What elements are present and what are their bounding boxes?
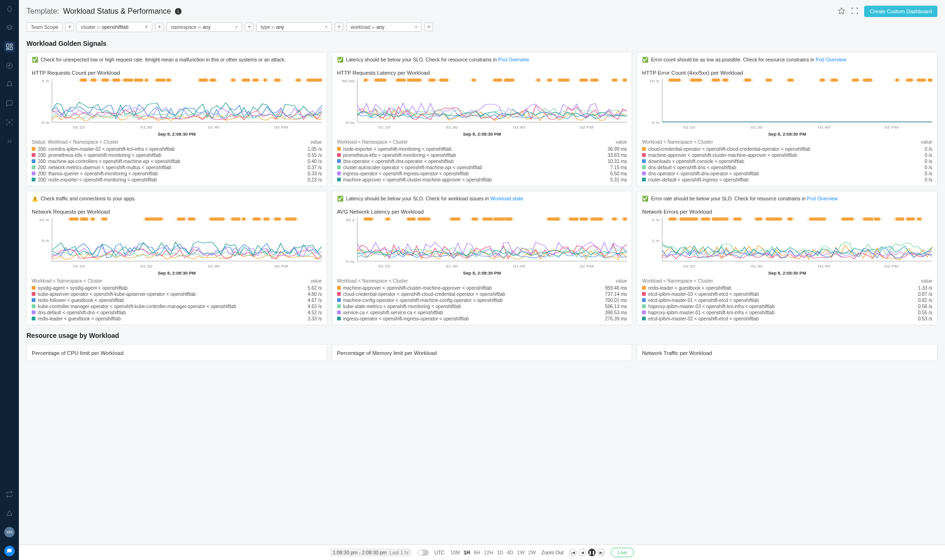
legend-row[interactable]: haproxy-ipibm-master-01 < openshift-kni-… xyxy=(642,310,932,316)
chart-panel: ✅Error count should be as low as possibl… xyxy=(637,52,937,186)
panel-hint: ✅Latency should be below your SLO. Check… xyxy=(337,56,627,63)
filter-chip-type[interactable]: type in any▾ xyxy=(256,22,332,32)
legend-row[interactable]: dns-operator < openshift-dns-operator < … xyxy=(337,158,627,164)
legend-row[interactable]: 200: node-exporter < openshift-monitorin… xyxy=(32,177,322,183)
chart-legend: redis-leader < guestbook < openshiftlab1… xyxy=(642,285,932,322)
legend-row[interactable]: 200: machine-api-controllers < openshift… xyxy=(32,158,322,164)
star-icon[interactable] xyxy=(838,7,846,16)
legend-row[interactable]: dns-default < openshift-dns < openshiftl… xyxy=(32,310,322,316)
legend-row[interactable]: cloud-credential-operator < openshift-cl… xyxy=(337,291,627,297)
svg-text:2 /s: 2 /s xyxy=(652,218,660,222)
legend-row[interactable]: router-default < openshift-ingress < ope… xyxy=(642,177,932,183)
legend-row[interactable]: cloud-credential-operator < openshift-cl… xyxy=(642,146,932,152)
legend-row[interactable]: etcd-ipibm-master-03 < openshift-etcd < … xyxy=(642,291,932,297)
page-title: Workload Status & Performance xyxy=(63,7,171,16)
svg-text:02 PM: 02 PM xyxy=(275,264,288,268)
chart-legend: sysdig-agent < sysdig-agent < openshiftl… xyxy=(32,285,322,322)
legend-row[interactable]: etcd-ipibm-master-01 < openshift-etcd < … xyxy=(642,297,932,303)
legend-header: Workload < Namespace < Clustervalue xyxy=(337,139,627,145)
legend-row[interactable]: cluster-autoscaler-operator < openshift-… xyxy=(337,164,627,171)
expand-icon[interactable] xyxy=(4,136,15,146)
legend-row[interactable]: kube-apiserver-operator < openshift-kube… xyxy=(32,291,322,297)
legend-header: Workload < Namespace < Clustervalue xyxy=(32,278,322,284)
create-dashboard-button[interactable]: Create Custom Dashboard xyxy=(864,6,937,17)
svg-marker-6 xyxy=(9,65,10,67)
compass-icon[interactable] xyxy=(4,60,15,71)
chart-panel: ✅Latency should be below your SLO. Check… xyxy=(332,52,633,186)
legend-row[interactable]: kube-controller-manager-operator < opens… xyxy=(32,303,322,310)
legend-row[interactable]: redis-leader < guestbook < openshiftlab3… xyxy=(32,316,322,322)
hint-link[interactable]: Pod Overview xyxy=(815,57,846,62)
chart-title: Network Traffic per Workload xyxy=(642,350,932,356)
dashboards-icon[interactable] xyxy=(4,42,15,52)
svg-text:01:15: 01:15 xyxy=(378,125,390,129)
chart-legend: node-exporter < openshift-monitoring < o… xyxy=(337,146,627,183)
filter-bar: Team Scope + cluster in openshiftlab×+na… xyxy=(26,22,937,37)
svg-text:02 PM: 02 PM xyxy=(275,125,288,129)
legend-row[interactable]: dns-operator < openshift-dns-operator < … xyxy=(642,171,932,177)
chart-timestamp: Sep 8, 2:08:30 PM xyxy=(337,270,627,276)
resource-grid: Percentage of CPU limit per WorkloadPerc… xyxy=(26,344,937,361)
section-golden-signals: Workload Golden Signals xyxy=(26,40,937,47)
events-icon[interactable] xyxy=(4,98,15,109)
legend-row[interactable]: kube-state-metrics < openshift-monitorin… xyxy=(337,303,627,310)
team-scope-chip[interactable]: Team Scope xyxy=(26,22,62,32)
fullscreen-icon[interactable] xyxy=(851,7,859,16)
legend-row[interactable]: machine-approver < openshift-cluster-mac… xyxy=(337,177,627,183)
add-filter-button[interactable]: + xyxy=(425,23,433,31)
legend-header: Status: Workload < Namespace < Clusterva… xyxy=(32,139,322,145)
svg-text:01:15: 01:15 xyxy=(684,125,695,129)
capture-icon[interactable] xyxy=(4,117,15,128)
legend-row[interactable]: service-ca < openshift-service-ca < open… xyxy=(337,310,627,316)
svg-text:02 PM: 02 PM xyxy=(885,125,899,129)
add-filter-button[interactable]: + xyxy=(335,23,343,31)
legend-row[interactable]: downloads < openshift-console < openshif… xyxy=(642,158,932,164)
svg-text:5 /s: 5 /s xyxy=(42,79,50,83)
hint-link[interactable]: Pod Overview xyxy=(807,196,838,201)
legend-row[interactable]: redis-leader < guestbook < openshiftlab1… xyxy=(642,285,932,291)
hint-link[interactable]: Workload state xyxy=(490,196,523,201)
add-filter-button[interactable]: + xyxy=(65,23,74,31)
app-sidebar: VH xyxy=(0,0,19,389)
legend-row[interactable]: machine-approver < openshift-cluster-mac… xyxy=(642,152,932,158)
legend-row[interactable]: 200: thanos-querier < openshift-monitori… xyxy=(32,171,322,177)
chevron-down-icon: ▾ xyxy=(325,25,328,29)
chart-title: HTTP Error Count (4xx/5xx) per Workload xyxy=(642,70,932,76)
legend-row[interactable]: ingress-operator < openshift-ingress-ope… xyxy=(337,316,627,322)
legend-row[interactable]: dns-default < openshift-dns < openshiftl… xyxy=(642,164,932,171)
alerts-icon[interactable] xyxy=(4,79,15,90)
svg-text:01:30: 01:30 xyxy=(140,264,152,268)
legend-row[interactable]: machine-approver < openshift-cluster-mac… xyxy=(337,285,627,291)
filter-chip-workload[interactable]: workload in any▾ xyxy=(346,22,422,32)
filter-chip-namespace[interactable]: namespace in any▾ xyxy=(166,22,242,32)
add-filter-button[interactable]: + xyxy=(155,23,164,31)
svg-text:10 /s: 10 /s xyxy=(650,79,660,83)
svg-text:01:30: 01:30 xyxy=(140,125,152,129)
legend-row[interactable]: machine-config-operator < openshift-mach… xyxy=(337,297,627,303)
filter-chip-cluster[interactable]: cluster in openshiftlab× xyxy=(77,22,152,32)
legend-row[interactable]: 200: network-metrics-daemon < openshift-… xyxy=(32,164,322,171)
remove-filter-icon[interactable]: × xyxy=(145,24,148,30)
template-label: Template: xyxy=(26,7,59,16)
legend-row[interactable]: haproxy-ipibm-master-03 < openshift-kni-… xyxy=(642,303,932,310)
section-resource-usage: Resource usage by Workload xyxy=(26,332,937,339)
legend-row[interactable]: 200: coredns-ipibm-master-02 < openshift… xyxy=(32,146,322,152)
svg-text:0 /s: 0 /s xyxy=(42,121,50,125)
chart-panel: ✅Check for unexpected low or high reques… xyxy=(26,52,327,186)
chevron-down-icon: ▾ xyxy=(235,25,238,29)
page-header: Template: Workload Status & Performance … xyxy=(26,4,937,22)
info-icon[interactable]: i xyxy=(175,8,182,15)
legend-row[interactable]: ingress-operator < openshift-ingress-ope… xyxy=(337,171,627,177)
logo-icon[interactable] xyxy=(4,4,15,14)
add-filter-button[interactable]: + xyxy=(245,23,253,31)
chart-title: Network Errors per Workload xyxy=(642,209,932,215)
hint-link[interactable]: Pod Overview xyxy=(498,57,529,62)
layers-icon[interactable] xyxy=(4,23,15,33)
svg-text:1 /s: 1 /s xyxy=(652,239,660,243)
legend-row[interactable]: prometheus-k8s < openshift-monitoring < … xyxy=(337,152,627,158)
legend-row[interactable]: node-exporter < openshift-monitoring < o… xyxy=(337,146,627,152)
legend-row[interactable]: etcd-ipibm-master-02 < openshift-etcd < … xyxy=(642,316,932,322)
legend-row[interactable]: sysdig-agent < sysdig-agent < openshiftl… xyxy=(32,285,322,291)
legend-row[interactable]: 200: prometheus-k8s < openshift-monitori… xyxy=(32,152,322,158)
legend-row[interactable]: redis-follower < guestbook < openshiftla… xyxy=(32,297,322,303)
